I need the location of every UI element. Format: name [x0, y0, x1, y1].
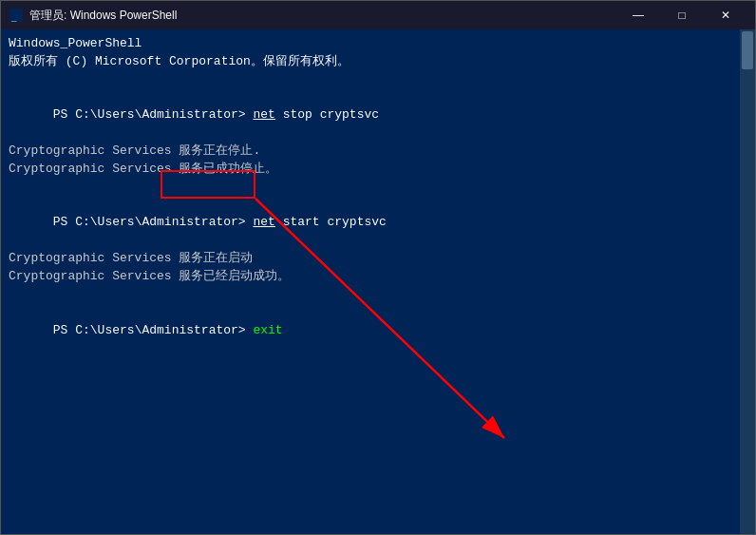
command-net2: net — [253, 215, 274, 229]
command-rest2: start cryptsvc — [275, 215, 387, 229]
command-exit: exit — [253, 323, 282, 337]
terminal-line: Cryptographic Services 服务正在启动 — [9, 250, 747, 268]
scrollbar[interactable] — [740, 29, 755, 534]
terminal-line — [9, 179, 747, 197]
terminal-line: PS C:\Users\Administrator> net start cry… — [9, 197, 747, 251]
terminal-line: Cryptographic Services 服务已成功停止。 — [9, 161, 747, 179]
terminal-line: PS C:\Users\Administrator> exit — [9, 304, 747, 358]
scrollbar-thumb[interactable] — [742, 31, 753, 69]
terminal-line: PS C:\Users\Administrator> net stop cryp… — [9, 89, 747, 143]
terminal-line — [9, 71, 747, 89]
prompt-exit: PS C:\Users\Administrator> — [53, 323, 254, 337]
close-button[interactable]: ✕ — [704, 1, 747, 29]
prompt: PS C:\Users\Administrator> — [53, 215, 254, 229]
title-bar: _ 管理员: Windows PowerShell — □ ✕ — [1, 1, 755, 29]
terminal-line: Windows_PowerShell — [9, 35, 747, 53]
prompt: PS C:\Users\Administrator> — [53, 107, 254, 122]
minimize-button[interactable]: — — [616, 1, 660, 29]
window-title: 管理员: Windows PowerShell — [29, 8, 616, 24]
window-controls: — □ ✕ — [616, 1, 747, 29]
terminal-line — [9, 286, 747, 304]
powershell-window: _ 管理员: Windows PowerShell — □ ✕ Windows_… — [0, 0, 756, 535]
powershell-icon: _ — [9, 8, 24, 23]
terminal-line: 版权所有 (C) Microsoft Corporation。保留所有权利。 — [9, 53, 747, 71]
terminal-body[interactable]: Windows_PowerShell 版权所有 (C) Microsoft Co… — [1, 29, 755, 534]
command-rest: stop cryptsvc — [275, 107, 379, 122]
terminal-line: Cryptographic Services 服务正在停止. — [9, 143, 747, 161]
svg-text:_: _ — [11, 10, 17, 22]
maximize-button[interactable]: □ — [660, 1, 704, 29]
terminal-line: Cryptographic Services 服务已经启动成功。 — [9, 268, 747, 286]
command-net: net — [253, 107, 274, 122]
